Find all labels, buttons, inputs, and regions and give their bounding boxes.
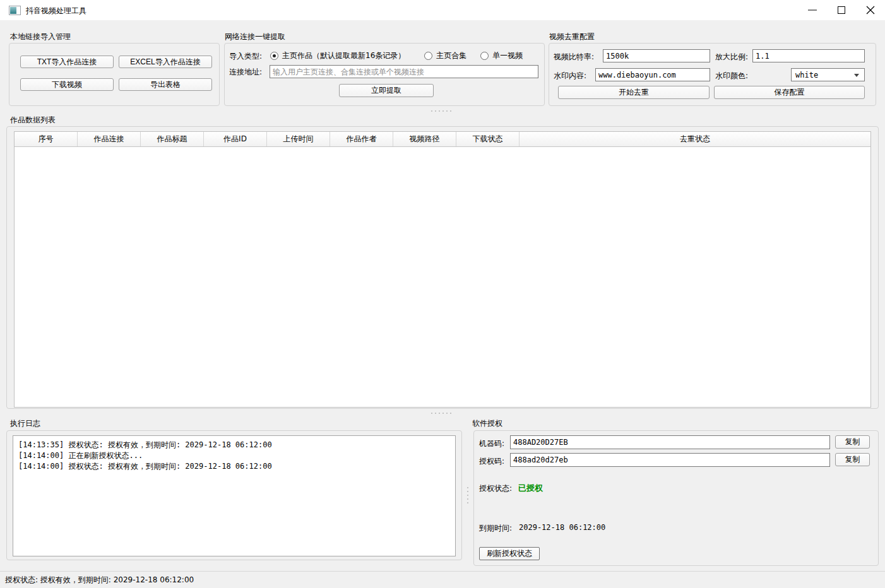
works-table-header: 序号 作品连接 作品标题 作品ID 上传时间 作品作者 视频路径 下载状态 去重… bbox=[15, 132, 870, 147]
license-group bbox=[473, 430, 879, 566]
works-table-body[interactable] bbox=[15, 147, 870, 407]
watermark-label: 水印内容: bbox=[554, 71, 586, 81]
close-button[interactable] bbox=[856, 0, 885, 20]
save-config-button[interactable]: 保存配置 bbox=[714, 86, 865, 99]
machine-code-label: 机器码: bbox=[479, 438, 504, 449]
machine-code-input[interactable] bbox=[510, 435, 830, 449]
horizontal-splitter-handle[interactable] bbox=[431, 110, 451, 112]
radio-home-works[interactable]: 主页作品（默认提取最新16条记录） bbox=[270, 50, 405, 61]
license-code-label: 授权码: bbox=[479, 456, 504, 467]
col-header-download-status[interactable]: 下载状态 bbox=[456, 132, 520, 146]
license-status-value: 已授权 bbox=[518, 483, 543, 494]
status-bar: 授权状态: 授权有效，到期时间: 2029-12-18 06:12:00 bbox=[0, 571, 885, 588]
log-line: [14:13:35] 授权状态: 授权有效，到期时间: 2029-12-18 0… bbox=[18, 440, 450, 450]
import-type-radio-group: 主页作品（默认提取最新16条记录） 主页合集 单一视频 bbox=[270, 50, 523, 61]
scale-input[interactable] bbox=[752, 49, 865, 62]
scale-label: 放大比例: bbox=[715, 52, 748, 62]
dedup-config-group-title: 视频去重配置 bbox=[549, 32, 595, 42]
import-type-label: 导入类型: bbox=[229, 51, 262, 62]
radio-single-video[interactable]: 单一视频 bbox=[480, 50, 523, 61]
col-header-link[interactable]: 作品连接 bbox=[78, 132, 141, 146]
log-line: [14:14:00] 授权状态: 授权有效，到期时间: 2029-12-18 0… bbox=[18, 461, 450, 472]
log-line: [14:14:00] 正在刷新授权状态... bbox=[18, 450, 450, 461]
license-group-title: 软件授权 bbox=[472, 418, 502, 429]
radio-home-works-label: 主页作品（默认提取最新16条记录） bbox=[282, 50, 405, 61]
status-bar-text: 授权状态: 授权有效，到期时间: 2029-12-18 06:12:00 bbox=[5, 575, 194, 585]
col-header-id[interactable]: 作品ID bbox=[204, 132, 267, 146]
bitrate-input[interactable] bbox=[603, 49, 710, 62]
local-import-group bbox=[9, 43, 220, 106]
watermark-color-value: white bbox=[795, 71, 818, 79]
col-header-title[interactable]: 作品标题 bbox=[141, 132, 204, 146]
vertical-splitter-handle[interactable] bbox=[467, 487, 468, 503]
log-group-title: 执行日志 bbox=[10, 418, 40, 429]
radio-single-video-label: 单一视频 bbox=[492, 50, 523, 61]
col-header-dedup-status[interactable]: 去重状态 bbox=[520, 132, 870, 146]
radio-home-collection-label: 主页合集 bbox=[436, 50, 466, 61]
window-title: 抖音视频处理工具 bbox=[26, 6, 86, 16]
excel-import-button[interactable]: EXCEL导入作品连接 bbox=[119, 56, 212, 68]
copy-machine-code-button[interactable]: 复制 bbox=[835, 435, 870, 449]
watermark-color-label: 水印颜色: bbox=[715, 71, 748, 81]
start-dedup-button[interactable]: 开始去重 bbox=[558, 86, 710, 99]
close-icon bbox=[865, 5, 876, 15]
col-header-index[interactable]: 序号 bbox=[15, 132, 78, 146]
expire-time-label: 到期时间: bbox=[479, 523, 512, 534]
radio-unselected-icon bbox=[480, 52, 489, 60]
col-header-upload-time[interactable]: 上传时间 bbox=[267, 132, 330, 146]
export-table-button[interactable]: 导出表格 bbox=[119, 78, 212, 91]
address-label: 连接地址: bbox=[229, 67, 262, 78]
app-icon bbox=[9, 6, 21, 15]
chevron-down-icon bbox=[854, 74, 859, 77]
col-header-author[interactable]: 作品作者 bbox=[330, 132, 393, 146]
log-output[interactable]: [14:13:35] 授权状态: 授权有效，到期时间: 2029-12-18 0… bbox=[13, 435, 456, 556]
txt-import-button[interactable]: TXT导入作品连接 bbox=[20, 56, 114, 68]
copy-license-code-button[interactable]: 复制 bbox=[835, 453, 870, 466]
extract-now-button[interactable]: 立即提取 bbox=[339, 84, 434, 97]
title-bar: 抖音视频处理工具 bbox=[0, 0, 885, 20]
maximize-icon bbox=[836, 5, 846, 15]
works-table-group-title: 作品数据列表 bbox=[10, 115, 56, 126]
app-window: 抖音视频处理工具 本地链接导入管理 TXT导入作品连接 EXCEL导入作品连接 … bbox=[0, 0, 885, 588]
radio-selected-icon bbox=[270, 52, 278, 60]
watermark-input[interactable] bbox=[595, 68, 710, 81]
refresh-license-button[interactable]: 刷新授权状态 bbox=[479, 547, 540, 560]
minimize-icon bbox=[807, 5, 817, 15]
address-input[interactable] bbox=[270, 65, 538, 78]
col-header-video-path[interactable]: 视频路径 bbox=[393, 132, 456, 146]
expire-time-value: 2029-12-18 06:12:00 bbox=[519, 523, 605, 532]
radio-home-collection[interactable]: 主页合集 bbox=[424, 50, 466, 61]
network-extract-group-title: 网络连接一键提取 bbox=[225, 32, 285, 42]
works-table: 序号 作品连接 作品标题 作品ID 上传时间 作品作者 视频路径 下载状态 去重… bbox=[14, 131, 871, 408]
license-status-label: 授权状态: bbox=[479, 483, 512, 494]
download-video-button[interactable]: 下载视频 bbox=[20, 78, 114, 91]
license-code-input[interactable] bbox=[510, 453, 830, 467]
radio-unselected-icon bbox=[424, 52, 432, 60]
local-import-group-title: 本地链接导入管理 bbox=[10, 32, 71, 42]
watermark-color-select[interactable]: white bbox=[791, 68, 865, 81]
horizontal-splitter-handle-2[interactable] bbox=[431, 413, 451, 414]
minimize-button[interactable] bbox=[798, 0, 827, 20]
bitrate-label: 视频比特率: bbox=[554, 52, 594, 62]
maximize-button[interactable] bbox=[827, 0, 856, 20]
